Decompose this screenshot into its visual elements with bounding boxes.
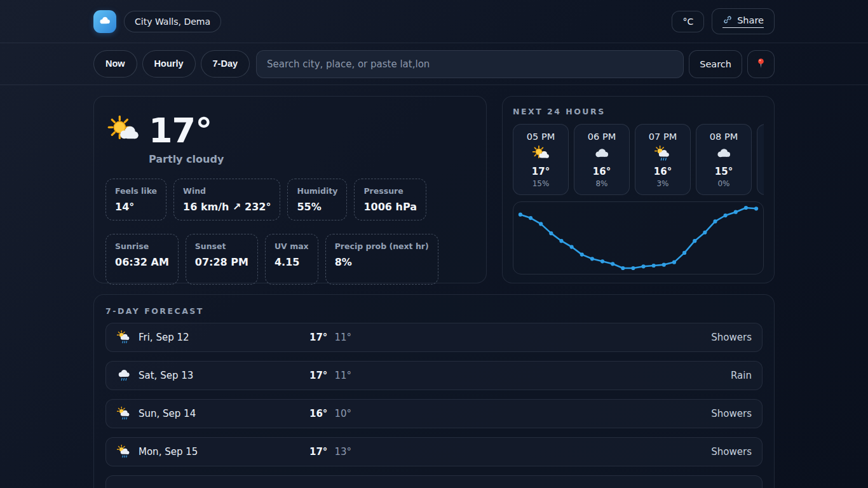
search-button-label: Search — [700, 59, 731, 69]
current-stats-row-2: Sunrise 06:32 AM Sunset 07:28 PM UV max … — [105, 234, 475, 285]
view-tab[interactable]: Now — [93, 50, 137, 78]
forecast-day-label: Sat, Sep 13 — [139, 370, 193, 381]
forecast-row: Sun, Sep 14 16° 10° Showers — [105, 399, 763, 428]
hour-precip-probability: 0% — [760, 179, 764, 188]
cloud-icon — [577, 145, 627, 164]
sun-cloud-icon — [516, 145, 566, 164]
stat-label: Wind — [183, 186, 271, 196]
search-button[interactable]: Search — [689, 50, 742, 78]
hour-card: 08 PM 15° 0% — [696, 124, 752, 195]
locate-pin-button[interactable] — [747, 50, 775, 78]
share-label: Share — [737, 16, 764, 25]
next-24-hours-card: NEXT 24 HOURS 05 PM 17° 15% 06 PM 16° — [502, 96, 775, 283]
stat-box: Humidity 55% — [287, 179, 347, 220]
stat-label: UV max — [275, 241, 309, 252]
sun-rain-icon — [116, 406, 132, 421]
forecast-day-label: Mon, Sep 15 — [139, 446, 198, 458]
stat-value: 8% — [335, 256, 429, 268]
hour-time: 07 PM — [638, 132, 688, 142]
rain-cloud-icon — [116, 368, 132, 383]
share-button[interactable]: Share — [712, 8, 775, 35]
stat-label: Sunset — [195, 241, 248, 252]
hour-time: 05 PM — [516, 132, 566, 142]
location-label: City Walls, Dema — [135, 17, 210, 26]
view-tab[interactable]: Hourly — [142, 50, 196, 78]
forecast-row: Fri, Sep 12 17° 11° Showers — [105, 323, 763, 352]
seven-day-forecast-card: 7-DAY FORECAST Fri, Sep 12 17° 11° Showe… — [93, 294, 775, 488]
stat-value: 16 km/h ↗ 232° — [183, 201, 271, 213]
hour-time: 06 PM — [577, 132, 627, 142]
hour-card: 06 PM 16° 8% — [574, 124, 630, 195]
forecast-condition: Showers — [351, 332, 752, 343]
nav-bar: Now Hourly 7-Day Search — [0, 43, 868, 85]
hour-time: 09 PM — [760, 132, 764, 142]
forecast-low-temp: 11° — [334, 332, 351, 343]
forecast-high-temp: 17° — [309, 446, 327, 458]
current-conditions-card: 17° Partly cloudy Feels like 14° Wind 16… — [93, 96, 487, 283]
forecast-low-temp: 13° — [334, 446, 351, 458]
stat-value: 55% — [297, 201, 337, 213]
rain-cloud-icon — [760, 145, 764, 164]
sun-cloud-icon — [107, 114, 140, 147]
next-24-hours-title: NEXT 24 HOURS — [513, 107, 764, 116]
link-icon — [722, 15, 733, 27]
search-input[interactable] — [256, 50, 684, 78]
stat-box: Feels like 14° — [105, 179, 166, 220]
stat-label: Precip prob (next hr) — [335, 241, 429, 252]
unit-label: °C — [682, 17, 693, 26]
hour-card: 07 PM 16° 3% — [635, 124, 691, 195]
stat-value: 1006 hPa — [363, 201, 417, 213]
current-condition: Partly cloudy — [149, 153, 475, 165]
hour-card: 09 PM 15° 0% — [757, 124, 764, 195]
tab-label: Hourly — [154, 58, 184, 69]
forecast-day-label: Fri, Sep 12 — [139, 332, 189, 343]
stat-value: 14° — [115, 201, 157, 213]
stat-box: UV max 4.15 — [265, 234, 318, 285]
unit-toggle-button[interactable]: °C — [672, 11, 704, 32]
forecast-row: Mon, Sep 15 17° 13° Showers — [105, 437, 763, 466]
hour-card: 05 PM 17° 15% — [513, 124, 569, 195]
sun-rain-icon — [116, 330, 132, 345]
forecast-row: Sat, Sep 13 17° 11° Rain — [105, 361, 763, 390]
current-temperature: 17° — [149, 113, 475, 149]
forecast-high-temp: 17° — [309, 332, 327, 343]
tab-label: Now — [105, 58, 125, 69]
hour-temp: 17° — [516, 166, 566, 177]
view-tab[interactable]: 7-Day — [201, 50, 250, 78]
stat-label: Humidity — [297, 186, 337, 196]
forecast-high-temp: 17° — [309, 370, 327, 381]
sun-rain-icon — [116, 444, 132, 459]
stat-label: Sunrise — [115, 241, 169, 252]
stat-box: Sunset 07:28 PM — [186, 234, 258, 285]
hour-precip-probability: 8% — [577, 179, 627, 188]
tab-label: 7-Day — [213, 58, 238, 69]
hour-temp: 16° — [577, 166, 627, 177]
stat-box: Wind 16 km/h ↗ 232° — [173, 179, 280, 220]
view-tabs: Now Hourly 7-Day — [93, 50, 250, 78]
app-logo[interactable] — [93, 10, 116, 33]
forecast-condition: Showers — [351, 446, 752, 458]
hour-temp: 15° — [760, 166, 764, 177]
location-chip[interactable]: City Walls, Dema — [124, 11, 221, 32]
stat-value: 07:28 PM — [195, 256, 248, 268]
forecast-row-partial — [105, 475, 763, 488]
stat-label: Pressure — [363, 186, 417, 196]
forecast-condition: Rain — [351, 370, 752, 381]
temperature-trend-chart — [513, 201, 764, 274]
current-stats-row-1: Feels like 14° Wind 16 km/h ↗ 232° Humid… — [105, 179, 475, 220]
forecast-condition: Showers — [351, 408, 752, 419]
hourly-scroller[interactable]: 05 PM 17° 15% 06 PM 16° 8% 07 PM — [513, 124, 764, 195]
hour-temp: 15° — [699, 166, 749, 177]
app-cloud-icon — [98, 15, 111, 27]
pushpin-icon — [755, 57, 767, 71]
forecast-day-label: Sun, Sep 14 — [139, 408, 196, 419]
seven-day-forecast-title: 7-DAY FORECAST — [105, 306, 763, 316]
stat-box: Pressure 1006 hPa — [354, 179, 426, 220]
cloud-icon — [699, 145, 749, 164]
search-wrap — [256, 50, 684, 78]
forecast-high-temp: 16° — [309, 408, 327, 419]
forecast-low-temp: 10° — [334, 408, 351, 419]
stat-label: Feels like — [115, 186, 157, 196]
stat-value: 4.15 — [275, 256, 309, 268]
stat-value: 06:32 AM — [115, 256, 169, 268]
